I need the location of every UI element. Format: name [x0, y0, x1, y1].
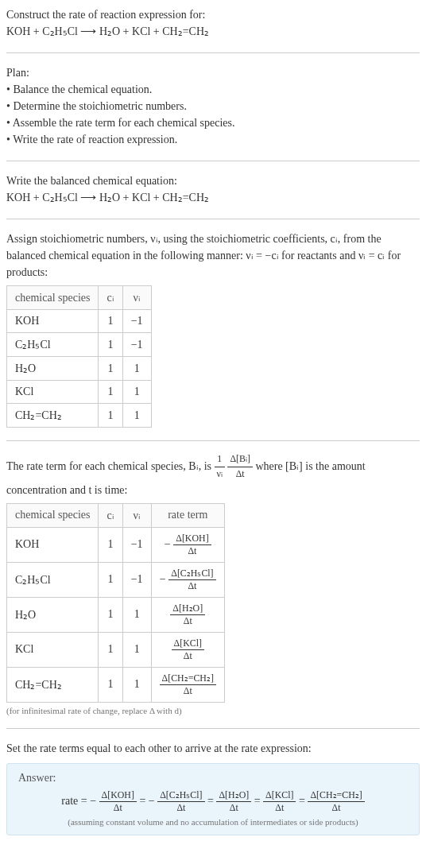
cell-species: KCl	[7, 381, 99, 404]
cell-rateterm: − Δ[KOH] Δt	[151, 527, 224, 562]
plan-heading: Plan:	[6, 64, 420, 81]
plan-item: • Write the rate of reaction expression.	[6, 131, 420, 148]
rateterm-section: The rate term for each chemical species,…	[6, 452, 420, 715]
prompt-section: Construct the rate of reaction expressio…	[6, 6, 420, 40]
cell-ci: 1	[99, 381, 122, 404]
table-row: KOH 1 −1	[7, 310, 152, 333]
final-intro: Set the rate terms equal to each other t…	[6, 740, 420, 757]
divider	[6, 219, 420, 219]
cell-species: H₂O	[7, 357, 99, 381]
rate-frac: Δ[CH₂=CH₂] Δt	[160, 672, 216, 697]
frac-num: Δ[CH₂=CH₂]	[308, 789, 364, 802]
rate-frac: Δ[C₂H₅Cl] Δt	[168, 568, 215, 592]
answer-assumption: (assuming constant volume and no accumul…	[18, 817, 408, 827]
cell-rateterm: Δ[KCl] Δt	[151, 632, 224, 667]
cell-vi: 1	[122, 357, 151, 381]
table-row: CH₂=CH₂ 1 1 Δ[CH₂=CH₂] Δt	[7, 667, 225, 702]
answer-label: Answer:	[18, 772, 408, 785]
frac-den: Δt	[227, 467, 253, 482]
answer-term: Δ[KOH] Δt	[99, 789, 137, 814]
cell-ci: 1	[99, 333, 122, 357]
frac-dBi-dt: Δ[Bᵢ] Δt	[227, 452, 253, 482]
stoich-table: chemical species cᵢ νᵢ KOH 1 −1 C₂H₅Cl 1…	[6, 285, 152, 428]
frac-den: Δt	[99, 802, 137, 814]
cell-rateterm: Δ[H₂O] Δt	[151, 597, 224, 632]
cell-rateterm: − Δ[C₂H₅Cl] Δt	[151, 562, 224, 597]
sign: −	[160, 572, 166, 584]
frac-den: Δt	[263, 802, 296, 814]
prompt-equation: KOH + C₂H₅Cl ⟶ H₂O + KCl + CH₂=CH₂	[6, 23, 420, 40]
answer-term: Δ[H₂O] Δt	[216, 789, 251, 814]
col-vi: νᵢ	[122, 503, 151, 527]
sign: −	[165, 537, 171, 549]
col-species: chemical species	[7, 286, 99, 310]
frac-1-over-vi: 1 νᵢ	[215, 452, 225, 482]
cell-vi: −1	[122, 562, 151, 597]
table-row: C₂H₅Cl 1 −1 − Δ[C₂H₅Cl] Δt	[7, 562, 225, 597]
answer-join: =	[254, 794, 263, 806]
rate-frac: Δ[KCl] Δt	[172, 637, 204, 662]
cell-species: CH₂=CH₂	[7, 404, 99, 428]
answer-join: = −	[139, 794, 154, 806]
frac-num: Δ[CH₂=CH₂]	[160, 672, 216, 685]
cell-ci: 1	[99, 527, 122, 562]
prompt-heading: Construct the rate of reaction expressio…	[6, 6, 420, 23]
infinitesimal-note: (for infinitesimal rate of change, repla…	[6, 706, 420, 715]
stoich-section: Assign stoichiometric numbers, νᵢ, using…	[6, 231, 420, 428]
answer-join: =	[207, 794, 216, 806]
answer-box: Answer: rate = − Δ[KOH] Δt = − Δ[C₂H₅Cl]…	[6, 763, 420, 835]
rate-frac: Δ[KOH] Δt	[173, 533, 211, 557]
frac-den: Δt	[216, 802, 251, 814]
answer-term: Δ[C₂H₅Cl] Δt	[157, 789, 204, 814]
cell-vi: 1	[122, 667, 151, 702]
cell-species: C₂H₅Cl	[7, 562, 99, 597]
answer-prefix: rate = −	[61, 794, 96, 806]
cell-ci: 1	[99, 667, 122, 702]
answer-join: =	[299, 794, 308, 806]
col-species: chemical species	[7, 503, 99, 527]
cell-vi: −1	[122, 527, 151, 562]
frac-num: Δ[KCl]	[263, 789, 296, 802]
frac-num: Δ[C₂H₅Cl]	[157, 789, 204, 802]
rateterm-intro-a: The rate term for each chemical species,…	[6, 460, 215, 472]
frac-den: νᵢ	[215, 467, 225, 482]
plan-section: Plan: • Balance the chemical equation. •…	[6, 64, 420, 148]
frac-num: Δ[H₂O]	[170, 603, 205, 615]
frac-den: Δt	[157, 802, 204, 814]
cell-vi: 1	[122, 632, 151, 667]
table-header-row: chemical species cᵢ νᵢ	[7, 286, 152, 310]
cell-species: KCl	[7, 632, 99, 667]
cell-species: C₂H₅Cl	[7, 333, 99, 357]
plan-item: • Balance the chemical equation.	[6, 81, 420, 98]
table-row: H₂O 1 1 Δ[H₂O] Δt	[7, 597, 225, 632]
cell-vi: −1	[122, 333, 151, 357]
frac-num: Δ[C₂H₅Cl]	[168, 568, 215, 580]
answer-expression: rate = − Δ[KOH] Δt = − Δ[C₂H₅Cl] Δt = Δ[…	[18, 789, 408, 814]
cell-vi: 1	[122, 404, 151, 428]
cell-species: CH₂=CH₂	[7, 667, 99, 702]
cell-ci: 1	[99, 562, 122, 597]
cell-ci: 1	[99, 404, 122, 428]
col-vi: νᵢ	[122, 286, 151, 310]
table-row: C₂H₅Cl 1 −1	[7, 333, 152, 357]
balanced-intro: Write the balanced chemical equation:	[6, 172, 420, 189]
table-header-row: chemical species cᵢ νᵢ rate term	[7, 503, 225, 527]
rateterm-table: chemical species cᵢ νᵢ rate term KOH 1 −…	[6, 503, 225, 703]
rate-frac: Δ[H₂O] Δt	[170, 603, 205, 627]
cell-vi: −1	[122, 310, 151, 333]
divider	[6, 728, 420, 729]
cell-ci: 1	[99, 597, 122, 632]
cell-vi: 1	[122, 597, 151, 632]
table-row: CH₂=CH₂ 1 1	[7, 404, 152, 428]
frac-den: Δt	[160, 685, 216, 697]
rateterm-intro: The rate term for each chemical species,…	[6, 452, 420, 498]
divider	[6, 161, 420, 161]
col-ci: cᵢ	[99, 503, 122, 527]
cell-ci: 1	[99, 357, 122, 381]
table-row: KCl 1 1	[7, 381, 152, 404]
frac-den: Δt	[173, 545, 211, 557]
table-row: KOH 1 −1 − Δ[KOH] Δt	[7, 527, 225, 562]
cell-species: KOH	[7, 310, 99, 333]
frac-num: Δ[KCl]	[172, 637, 204, 650]
cell-rateterm: Δ[CH₂=CH₂] Δt	[151, 667, 224, 702]
